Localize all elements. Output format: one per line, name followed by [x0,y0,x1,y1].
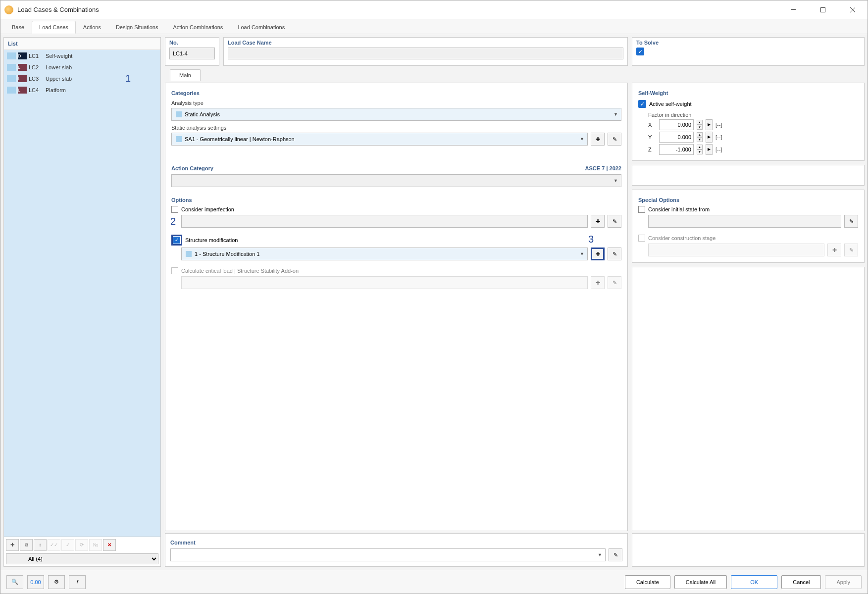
units-button[interactable]: 0.00 [27,575,44,589]
special-options-title: Special Options [638,197,858,203]
chevron-down-icon: ▼ [598,552,602,557]
delete-button[interactable]: ✕ [103,539,116,551]
edit-stage-button: ✎ [844,244,858,256]
construction-stage-checkbox [638,235,645,242]
new-stage-button: ✚ [827,244,841,256]
new-imperfection-button[interactable]: ✚ [591,215,605,228]
imperfection-checkbox[interactable] [171,206,178,213]
self-weight-title: Self-Weight [638,90,858,96]
arrow-button[interactable]: ▶ [706,119,713,130]
list-header: List [4,38,160,50]
factor-z-input[interactable] [659,144,694,155]
cancel-button[interactable]: Cancel [781,575,821,589]
list-toolbar: ✚ ⧉ ↕ ✓✓ ✓ ⟳ № ✕ [4,537,160,552]
settings-button[interactable]: ⚙ [48,575,65,589]
ok-button[interactable]: OK [731,575,777,589]
check-all-button[interactable]: ✓✓ [48,539,60,551]
new-struct-mod-button[interactable]: ✚ [591,248,605,260]
chevron-down-icon: ▼ [613,112,618,117]
close-button[interactable] [838,0,868,19]
main-tabstrip: Base Load Cases Actions Design Situation… [0,19,868,34]
maximize-button[interactable] [808,0,838,19]
critical-load-checkbox [171,267,178,274]
arrow-button[interactable]: ▶ [706,144,713,155]
to-solve-checkbox[interactable] [636,48,644,55]
minimize-button[interactable] [778,0,808,19]
help-button[interactable]: 🔍 [6,575,23,589]
annotation-1: 1 [125,73,131,84]
spinner[interactable]: ▲▼ [697,145,703,154]
edit-initial-state-button[interactable]: ✎ [844,215,858,228]
edit-imperfection-button[interactable]: ✎ [608,215,621,228]
annotation-3: 3 [588,234,594,245]
uncheck-button[interactable]: ✓ [61,539,74,551]
load-case-list[interactable]: D LC1 Self-weight L LC2 Lower slab L LC3… [4,50,160,537]
solve-field-box: To Solve [632,37,865,66]
list-item[interactable]: L LC4 Platform [4,84,160,96]
annotation-2: 2 [170,216,176,227]
function-button[interactable]: f [69,575,86,589]
construction-stage-select [648,244,824,256]
edit-critical-button: ✎ [608,276,621,289]
tab-load-cases[interactable]: Load Cases [32,21,76,34]
tab-load-combinations[interactable]: Load Combinations [230,21,292,34]
struct-mod-checkbox[interactable] [173,237,180,244]
svg-rect-0 [791,9,796,10]
subtab-main[interactable]: Main [170,69,201,81]
tab-design-situations[interactable]: Design Situations [108,21,166,34]
struct-mod-select[interactable]: 1 - Structure Modification 1▼ [181,248,588,260]
no-input[interactable] [169,48,215,59]
list-panel: List D LC1 Self-weight L LC2 Lower slab … [3,37,161,567]
factor-y-input[interactable] [659,132,694,143]
active-self-weight-checkbox[interactable] [638,100,646,108]
list-item[interactable]: L LC3 Upper slab [4,73,160,84]
new-button[interactable]: ✚ [6,539,19,551]
list-filter-select[interactable]: All (4) [6,553,158,564]
list-item[interactable]: D LC1 Self-weight [4,50,160,61]
sort-button[interactable]: ↕ [34,539,47,551]
list-item[interactable]: L LC2 Lower slab [4,61,160,73]
action-category-title: Action Category [171,165,213,171]
chevron-down-icon: ▼ [580,137,584,142]
window-title: Load Cases & Combinations [17,6,778,13]
action-category-select[interactable]: ▼ [171,174,621,187]
new-settings-button[interactable]: ✚ [591,133,605,146]
tab-action-combinations[interactable]: Action Combinations [165,21,230,34]
renumber-button[interactable]: № [89,539,102,551]
arrow-button[interactable]: ▶ [706,132,713,143]
spinner[interactable]: ▲▼ [697,132,703,142]
name-input[interactable] [228,48,623,59]
imperfection-select[interactable] [181,215,588,228]
new-critical-button: ✚ [591,276,605,289]
tab-actions[interactable]: Actions [76,21,108,34]
calculate-all-button[interactable]: Calculate All [674,575,727,589]
initial-state-select[interactable] [648,215,841,228]
app-icon [4,5,13,14]
chevron-down-icon: ▼ [613,178,618,183]
edit-struct-mod-button[interactable]: ✎ [608,248,621,260]
critical-load-select [181,276,588,289]
titlebar: Load Cases & Combinations [0,0,868,19]
comment-title: Comment [170,540,622,545]
edit-settings-button[interactable]: ✎ [608,133,621,146]
chevron-down-icon: ▼ [580,251,584,256]
comment-input[interactable]: ▼ [170,548,606,561]
struct-mod-highlight [171,235,182,246]
factor-x-input[interactable] [659,119,694,130]
refresh-button[interactable]: ⟳ [75,539,88,551]
svg-rect-1 [821,7,825,12]
name-field-box: Load Case Name [223,37,628,66]
spinner[interactable]: ▲▼ [697,120,703,130]
apply-button[interactable]: Apply [825,575,862,589]
dialog-footer: 🔍 0.00 ⚙ f Calculate Calculate All OK Ca… [0,570,868,594]
tab-base[interactable]: Base [4,21,32,34]
no-field-box: No. [165,37,219,66]
copy-button[interactable]: ⧉ [20,539,33,551]
analysis-settings-select[interactable]: SA1 - Geometrically linear | Newton-Raph… [171,133,588,146]
analysis-type-select[interactable]: Static Analysis▼ [171,108,621,121]
standard-label: ASCE 7 | 2022 [585,165,621,171]
calculate-button[interactable]: Calculate [625,575,670,589]
initial-state-checkbox[interactable] [638,206,645,213]
categories-title: Categories [171,90,621,96]
comment-edit-button[interactable]: ✎ [609,548,622,561]
